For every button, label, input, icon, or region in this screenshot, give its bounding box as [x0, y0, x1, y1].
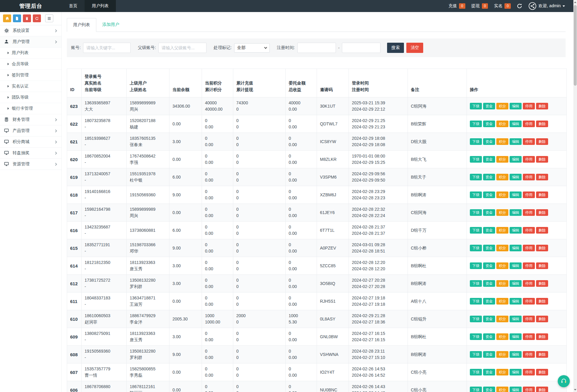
edit-button[interactable]: 编辑 [510, 387, 522, 392]
vertical-scrollbar[interactable] [573, 0, 577, 392]
sidebar-item-system-settings[interactable]: 系统设置 [0, 25, 61, 36]
sub-users-button[interactable]: 下级 [470, 209, 482, 216]
funds-button[interactable]: 资金 [483, 174, 495, 180]
points-button[interactable]: 积分 [496, 227, 508, 234]
points-button[interactable]: 积分 [496, 369, 508, 375]
sub-users-button[interactable]: 下级 [470, 262, 482, 269]
customer-service-float-button[interactable] [558, 375, 570, 387]
nav-tab-home[interactable]: 首页 [62, 0, 85, 12]
edit-button[interactable]: 编辑 [510, 103, 522, 109]
funds-button[interactable]: 资金 [483, 369, 495, 375]
delete-button[interactable]: 删除 [536, 209, 548, 216]
delete-button[interactable]: 删除 [536, 227, 548, 234]
sub-users-button[interactable]: 下级 [470, 369, 482, 375]
nav-tab-user-list[interactable]: 用户列表 [85, 0, 116, 12]
funds-button[interactable]: 资金 [483, 262, 495, 269]
sub-users-button[interactable]: 下级 [470, 316, 482, 322]
quick-list-button[interactable] [45, 14, 53, 22]
sidebar-subitem-team-level[interactable]: 团队等级 [0, 92, 61, 103]
sidebar-subitem-signin-management[interactable]: 签到管理 [0, 70, 61, 81]
disable-button[interactable]: 停用 [523, 174, 535, 180]
sidebar-subitem-bankcard-management[interactable]: 银行卡管理 [0, 103, 61, 114]
edit-button[interactable]: 编辑 [510, 156, 522, 163]
points-button[interactable]: 积分 [496, 262, 508, 269]
user-menu[interactable]: 欢迎, admin [528, 2, 565, 10]
edit-button[interactable]: 编辑 [510, 227, 522, 234]
stat-recharge[interactable]: 充值 0 [448, 3, 465, 9]
quick-file-button[interactable] [13, 14, 21, 22]
account-input[interactable] [83, 43, 131, 53]
funds-button[interactable]: 资金 [483, 316, 495, 322]
scrollbar-thumb[interactable] [574, 5, 577, 86]
points-button[interactable]: 积分 [496, 138, 508, 145]
delete-button[interactable]: 删除 [536, 103, 548, 109]
refresh-icon[interactable] [517, 3, 522, 9]
disable-button[interactable]: 停用 [523, 191, 535, 198]
delete-button[interactable]: 删除 [536, 280, 548, 287]
funds-button[interactable]: 资金 [483, 298, 495, 305]
points-button[interactable]: 积分 [496, 156, 508, 163]
sub-users-button[interactable]: 下级 [470, 156, 482, 163]
sidebar-item-points-mall[interactable]: 积分商城 [0, 136, 61, 148]
sidebar-item-finance-management[interactable]: 财务管理 [0, 114, 61, 125]
sub-users-button[interactable]: 下级 [470, 351, 482, 358]
points-button[interactable]: 积分 [496, 191, 508, 198]
sub-users-button[interactable]: 下级 [470, 333, 482, 340]
sub-users-button[interactable]: 下级 [470, 245, 482, 251]
delete-button[interactable]: 删除 [536, 298, 548, 305]
edit-button[interactable]: 编辑 [510, 138, 522, 145]
disable-button[interactable]: 停用 [523, 298, 535, 305]
funds-button[interactable]: 资金 [483, 121, 495, 127]
funds-button[interactable]: 资金 [483, 227, 495, 234]
disable-button[interactable]: 停用 [523, 245, 535, 251]
edit-button[interactable]: 编辑 [510, 174, 522, 180]
sidebar-item-user-management[interactable]: 用户管理 [0, 36, 61, 47]
funds-button[interactable]: 资金 [483, 209, 495, 216]
quick-trash-button[interactable] [23, 14, 31, 22]
disable-button[interactable]: 停用 [523, 333, 535, 340]
delete-button[interactable]: 删除 [536, 245, 548, 251]
edit-button[interactable]: 编辑 [510, 298, 522, 305]
edit-button[interactable]: 编辑 [510, 280, 522, 287]
disable-button[interactable]: 停用 [523, 209, 535, 216]
disable-button[interactable]: 停用 [523, 103, 535, 109]
points-button[interactable]: 积分 [496, 351, 508, 358]
search-button[interactable]: 搜索 [387, 43, 404, 53]
quick-home-button[interactable] [3, 14, 11, 22]
disable-button[interactable]: 停用 [523, 369, 535, 375]
points-button[interactable]: 积分 [496, 316, 508, 322]
points-button[interactable]: 积分 [496, 245, 508, 251]
points-button[interactable]: 积分 [496, 333, 508, 340]
edit-button[interactable]: 编辑 [510, 191, 522, 198]
edit-button[interactable]: 编辑 [510, 262, 522, 269]
disable-button[interactable]: 停用 [523, 121, 535, 127]
delete-button[interactable]: 删除 [536, 387, 548, 392]
disable-button[interactable]: 停用 [523, 156, 535, 163]
edit-button[interactable]: 编辑 [510, 121, 522, 127]
edit-button[interactable]: 编辑 [510, 316, 522, 322]
parent-account-input[interactable] [158, 43, 206, 53]
funds-button[interactable]: 资金 [483, 103, 495, 109]
stat-realname[interactable]: 实名 0 [494, 3, 511, 9]
funds-button[interactable]: 资金 [483, 191, 495, 198]
points-button[interactable]: 积分 [496, 121, 508, 127]
points-button[interactable]: 积分 [496, 103, 508, 109]
sidebar-item-resource-management[interactable]: 资源管理 [0, 159, 61, 170]
disable-button[interactable]: 停用 [523, 316, 535, 322]
funds-button[interactable]: 资金 [483, 156, 495, 163]
sub-users-button[interactable]: 下级 [470, 298, 482, 305]
sub-users-button[interactable]: 下级 [470, 387, 482, 392]
tab-add-user[interactable]: 添加用户 [96, 18, 125, 32]
points-button[interactable]: 积分 [496, 387, 508, 392]
sub-users-button[interactable]: 下级 [470, 138, 482, 145]
disable-button[interactable]: 停用 [523, 351, 535, 358]
funds-button[interactable]: 资金 [483, 138, 495, 145]
flag-select[interactable]: 全部 [234, 43, 270, 53]
funds-button[interactable]: 资金 [483, 387, 495, 392]
funds-button[interactable]: 资金 [483, 333, 495, 340]
sub-users-button[interactable]: 下级 [470, 227, 482, 234]
sub-users-button[interactable]: 下级 [470, 191, 482, 198]
sidebar-subitem-realname-auth[interactable]: 实名认证 [0, 81, 61, 92]
points-button[interactable]: 积分 [496, 280, 508, 287]
scroll-up-arrow[interactable] [573, 0, 577, 5]
